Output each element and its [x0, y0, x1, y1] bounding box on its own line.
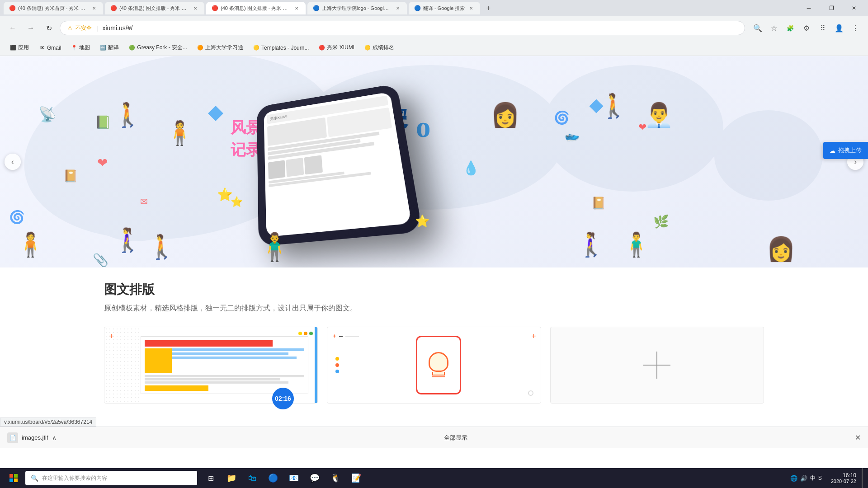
tab-4-favicon: 🔵	[313, 5, 319, 11]
volume-icon[interactable]: 🔊	[800, 475, 807, 482]
bookmark-xiumi[interactable]: 🔴 秀米 XIUMI	[314, 42, 359, 53]
search-taskbar-icon: 🔍	[31, 474, 38, 482]
maximize-button[interactable]: ❐	[821, 0, 842, 16]
profile-button[interactable]: 👤	[832, 21, 846, 35]
back-button[interactable]: ←	[5, 21, 20, 35]
task-view-button[interactable]: ⊞	[201, 468, 221, 488]
input-method-zh[interactable]: 中	[810, 474, 816, 482]
new-tab-button[interactable]: +	[482, 2, 495, 14]
tab-1-close[interactable]: ✕	[90, 5, 98, 12]
section-desc: 原创模板素材，精选风格排版，独一无二的排版方式，设计出只属于你的图文。	[104, 304, 764, 313]
refresh-button[interactable]: ↻	[42, 21, 56, 35]
file-explorer-icon[interactable]: 📁	[222, 468, 241, 488]
translate-icon: 🔤	[100, 45, 106, 51]
taskbar-clock[interactable]: 16:10 2020-07-22	[827, 472, 860, 484]
tab-4[interactable]: 🔵 上海大学理学院logo - Google 搜... ✕	[307, 2, 407, 14]
download-file-icon: 📄	[7, 432, 18, 443]
tab-5[interactable]: 🔵 翻译 - Google 搜索 ✕	[409, 2, 480, 14]
bookmark-shu[interactable]: 🟠 上海大学学习通	[193, 42, 248, 53]
chrome-icon[interactable]: 🔵	[263, 468, 283, 488]
qq-icon[interactable]: 🐧	[326, 468, 345, 488]
timer-circle[interactable]: 02:16	[272, 388, 294, 409]
tab-5-label: 翻译 - Google 搜索	[423, 5, 465, 12]
start-button[interactable]	[4, 468, 24, 488]
tab-1-favicon: 🔴	[9, 5, 15, 11]
menu-button[interactable]: ⋮	[848, 21, 863, 35]
taskbar: 🔍 在这里输入你要搜索的内容 ⊞ 📁 🛍 🔵 📧 💬 🐧 📝 🌐 🔊 中 S 1…	[0, 468, 868, 488]
upload-float-button[interactable]: ☁ 拖拽上传	[823, 142, 868, 159]
svg-rect-7	[14, 474, 18, 478]
hero-prev-arrow[interactable]: ‹	[5, 154, 21, 170]
bookmark-translate[interactable]: 🔤 翻译	[95, 42, 123, 53]
tab-2-favicon: 🔴	[110, 5, 117, 11]
network-icon[interactable]: 🌐	[790, 475, 797, 482]
tab-4-close[interactable]: ✕	[394, 5, 401, 12]
svg-point-3	[714, 110, 823, 201]
address-input[interactable]: ⚠ 不安全 | xiumi.us/#/	[60, 21, 745, 35]
taskbar-search-placeholder: 在这里输入你要搜索的内容	[42, 474, 107, 482]
store-icon[interactable]: 🛍	[242, 468, 262, 488]
tab-5-favicon: 🔵	[414, 5, 420, 11]
forward-button[interactable]: →	[24, 21, 38, 35]
url-tooltip: v.xiumi.us/board/v5/2a5va/36367214	[0, 418, 96, 427]
section-title: 图文排版	[104, 281, 764, 298]
rss-icon-deco: 📡	[38, 106, 57, 123]
wechat-icon[interactable]: 💬	[305, 468, 325, 488]
tab-5-close[interactable]: ✕	[467, 5, 475, 12]
sys-tray-icons: 🌐 🔊 中 S	[787, 474, 826, 482]
tab-4-label: 上海大学理学院logo - Google 搜...	[322, 5, 392, 12]
download-bar-close[interactable]: ✕	[855, 433, 861, 442]
star-deco-3: ⭐	[415, 214, 429, 228]
person-11: 👨‍💼	[644, 101, 674, 129]
apps-icon: ⬛	[10, 45, 16, 51]
person-2: 🚶	[113, 101, 142, 129]
person-1: 🧍	[16, 231, 45, 258]
system-tray: 🌐 🔊 中 S 16:10 2020-07-22	[787, 468, 864, 488]
download-item-1: 📄 images.jfif ∧	[7, 432, 57, 443]
extension-button[interactable]: 🧩	[783, 21, 797, 35]
close-button[interactable]: ✕	[844, 0, 864, 16]
bookmark-maps[interactable]: 📍 地图	[66, 42, 94, 53]
person-10: 🧍‍♂️	[622, 231, 651, 258]
show-desktop-button[interactable]	[862, 468, 864, 488]
person-12: 👩	[766, 235, 796, 263]
download-chevron[interactable]: ∧	[52, 434, 57, 441]
taskbar-time-display: 16:10	[831, 472, 856, 479]
download-bar: 📄 images.jfif ∧ 全部显示 ✕	[0, 427, 868, 448]
tab-2-label: (40 条消息) 图文排版 - 秀米 XIU...	[119, 5, 189, 12]
show-all-button[interactable]: 全部显示	[444, 434, 467, 442]
settings-button2[interactable]: ⚙	[799, 21, 814, 35]
bookmark-apps[interactable]: ⬛ 应用	[5, 42, 33, 53]
tab-2-close[interactable]: ✕	[192, 5, 199, 12]
input-method-s[interactable]: S	[818, 475, 822, 481]
tab-2[interactable]: 🔴 (40 条消息) 图文排版 - 秀米 XIU... ✕	[105, 2, 204, 14]
address-text: xiumi.us/#/	[102, 24, 737, 32]
bookmark-star-button[interactable]: ☆	[767, 21, 781, 35]
tab-1[interactable]: 🔴 (40 条消息) 秀米首页 - 秀米 XIU... ✕	[4, 2, 103, 14]
shu-icon: 🟠	[197, 45, 203, 51]
taskbar-search[interactable]: 🔍 在这里输入你要搜索的内容	[25, 471, 197, 485]
mail-icon[interactable]: 📧	[284, 468, 304, 488]
tab-3[interactable]: 🔴 (40 条消息) 图文排版 - 秀米 XIU... ✕	[206, 2, 306, 14]
template-card-2[interactable]: + +	[327, 327, 541, 404]
person-7: 👩	[491, 101, 520, 129]
templates-icon: 🟡	[253, 45, 259, 51]
minimize-button[interactable]: ─	[798, 0, 819, 16]
greasyfork-icon: 🟢	[129, 45, 135, 51]
tab-3-close[interactable]: ✕	[293, 5, 300, 12]
dot-green	[309, 332, 313, 335]
bookmark-greasyfork[interactable]: 🟢 Greasy Fork - 安全...	[124, 42, 192, 53]
bookmark-templates[interactable]: 🟡 Templates - Journ...	[249, 43, 313, 53]
tab-3-label: (40 条消息) 图文排版 - 秀米 XIU...	[221, 5, 290, 12]
template-card-3[interactable]	[550, 327, 764, 404]
phone-mockup: 秀米XIUMI	[217, 79, 443, 250]
grades-icon: 🟡	[364, 45, 371, 51]
search-button[interactable]: 🔍	[750, 21, 765, 35]
title-bar: 🔴 (40 条消息) 秀米首页 - 秀米 XIU... ✕ 🔴 (40 条消息)…	[0, 0, 868, 16]
word-icon[interactable]: 📝	[346, 468, 366, 488]
grid-button[interactable]: ⠿	[816, 21, 830, 35]
xiumi-icon: 🔴	[319, 45, 325, 51]
link-deco-2: ✉	[140, 196, 148, 207]
bookmark-gmail[interactable]: ✉ Gmail	[34, 43, 66, 53]
bookmark-grades[interactable]: 🟡 成绩排名	[360, 42, 399, 53]
